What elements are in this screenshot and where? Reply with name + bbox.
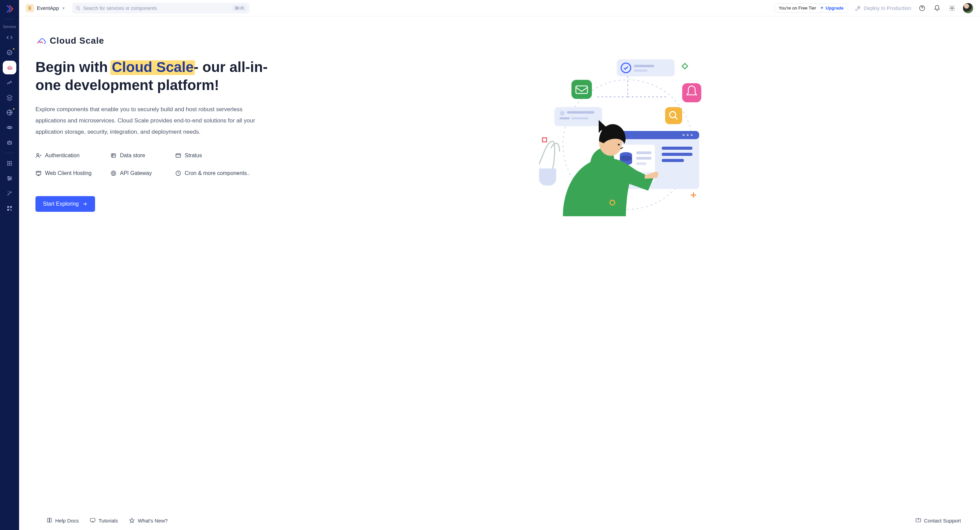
whats-new-link[interactable]: What's New? xyxy=(129,517,168,524)
bell-icon[interactable] xyxy=(933,4,941,12)
svg-rect-63 xyxy=(662,159,684,162)
brand-name: Cloud Scale xyxy=(50,35,104,46)
svg-rect-19 xyxy=(7,206,9,208)
tutorials-link[interactable]: Tutorials xyxy=(90,517,118,524)
svg-rect-46 xyxy=(567,111,594,113)
rail-item-sliders[interactable] xyxy=(3,172,16,185)
rail-item-layers[interactable] xyxy=(3,91,16,104)
search-input[interactable]: Search for services or components ⌘+K xyxy=(72,3,250,14)
feature-cron[interactable]: Cron & more components.. xyxy=(175,170,260,176)
svg-rect-62 xyxy=(662,153,692,156)
sparkle-icon xyxy=(819,6,824,11)
svg-point-2 xyxy=(9,127,11,129)
svg-rect-44 xyxy=(554,107,602,126)
rail-divider xyxy=(5,153,14,153)
svg-rect-37 xyxy=(634,65,654,67)
help-icon[interactable] xyxy=(918,4,926,12)
star-icon xyxy=(129,517,135,524)
svg-rect-38 xyxy=(634,70,648,72)
side-rail: Services xyxy=(0,0,19,530)
svg-point-65 xyxy=(618,144,620,145)
brand-row: Cloud Scale xyxy=(35,35,281,46)
svg-rect-47 xyxy=(560,117,570,120)
rail-item-cloudscale[interactable] xyxy=(3,61,16,74)
rail-item-orbit[interactable] xyxy=(3,121,16,134)
feature-datastore[interactable]: Data store xyxy=(110,152,168,159)
svg-point-11 xyxy=(9,163,10,164)
svg-point-13 xyxy=(7,164,8,165)
deploy-button[interactable]: Deploy to Production xyxy=(855,5,911,11)
rail-item-wand[interactable] xyxy=(3,187,16,200)
svg-point-45 xyxy=(560,111,565,116)
contact-support-link[interactable]: Contact Support xyxy=(915,517,961,524)
svg-point-9 xyxy=(11,161,11,162)
feature-stratus[interactable]: Stratus xyxy=(175,152,260,159)
rocket-icon xyxy=(855,5,861,11)
hero-copy: Cloud Scale Begin with Cloud Scale- our … xyxy=(35,35,281,511)
upgrade-link[interactable]: Upgrade xyxy=(819,5,844,11)
project-initial: E xyxy=(26,4,34,12)
feature-apigateway[interactable]: API Gateway xyxy=(110,170,168,176)
rail-item-globe[interactable] xyxy=(3,106,16,120)
svg-rect-29 xyxy=(111,154,116,158)
svg-point-15 xyxy=(11,164,11,165)
headline-highlight: Cloud Scale xyxy=(112,58,194,77)
svg-point-6 xyxy=(10,142,11,143)
chevron-down-icon: ▼ xyxy=(62,6,65,10)
database-icon xyxy=(110,152,116,159)
headline: Begin with Cloud Scale- our all-in-one d… xyxy=(35,58,281,94)
svg-point-56 xyxy=(620,155,632,161)
window-icon xyxy=(175,152,181,159)
svg-point-24 xyxy=(76,6,79,9)
footer: Help Docs Tutorials What's New? Contact … xyxy=(19,511,980,530)
rail-item-code[interactable] xyxy=(3,31,16,44)
svg-point-28 xyxy=(37,153,39,155)
svg-rect-48 xyxy=(571,117,589,120)
svg-point-32 xyxy=(111,171,116,176)
svg-rect-23 xyxy=(11,210,11,211)
tier-banner: You're on Free Tier Upgrade xyxy=(774,3,848,13)
user-avatar[interactable] xyxy=(963,3,973,13)
lede: Explore components that enable you to se… xyxy=(35,104,260,137)
project-selector[interactable]: E EventApp ▼ xyxy=(26,4,65,12)
rail-divider xyxy=(5,19,14,19)
svg-point-10 xyxy=(7,163,8,164)
rail-item-apps[interactable] xyxy=(3,156,16,170)
svg-rect-58 xyxy=(636,157,652,160)
svg-rect-59 xyxy=(636,162,646,165)
search-shortcut: ⌘+K xyxy=(233,5,246,11)
svg-rect-66 xyxy=(542,138,547,142)
svg-point-17 xyxy=(10,178,11,179)
rail-item-bot[interactable] xyxy=(3,136,16,149)
search-icon xyxy=(76,6,80,11)
svg-rect-21 xyxy=(7,209,9,211)
svg-point-12 xyxy=(11,163,11,164)
svg-rect-22 xyxy=(10,209,11,210)
svg-point-53 xyxy=(682,134,684,136)
page: E EventApp ▼ Search for services or comp… xyxy=(19,0,980,530)
feature-authentication[interactable]: Authentication xyxy=(35,152,103,159)
presentation-icon xyxy=(90,517,96,524)
svg-point-5 xyxy=(8,142,9,143)
user-icon xyxy=(35,152,41,159)
svg-rect-57 xyxy=(636,152,652,154)
tier-text: You're on Free Tier xyxy=(779,5,816,11)
start-exploring-button[interactable]: Start Exploring xyxy=(35,196,95,212)
svg-point-27 xyxy=(951,7,953,9)
rail-item-target[interactable] xyxy=(3,46,16,59)
svg-point-14 xyxy=(9,164,10,165)
svg-point-18 xyxy=(8,179,10,180)
feature-webhosting[interactable]: Web Client Hosting xyxy=(35,170,103,176)
svg-rect-31 xyxy=(36,171,41,175)
arrow-right-icon xyxy=(82,201,88,207)
chat-help-icon xyxy=(915,517,921,524)
browser-icon xyxy=(35,170,41,176)
search-placeholder: Search for services or components xyxy=(83,5,157,11)
rail-item-qr[interactable] xyxy=(3,201,16,215)
help-docs-link[interactable]: Help Docs xyxy=(46,517,79,524)
rail-item-analytics[interactable] xyxy=(3,76,16,89)
gear-icon[interactable] xyxy=(948,4,956,12)
book-icon xyxy=(46,517,52,524)
svg-rect-30 xyxy=(176,154,181,158)
app-logo[interactable] xyxy=(5,4,14,14)
